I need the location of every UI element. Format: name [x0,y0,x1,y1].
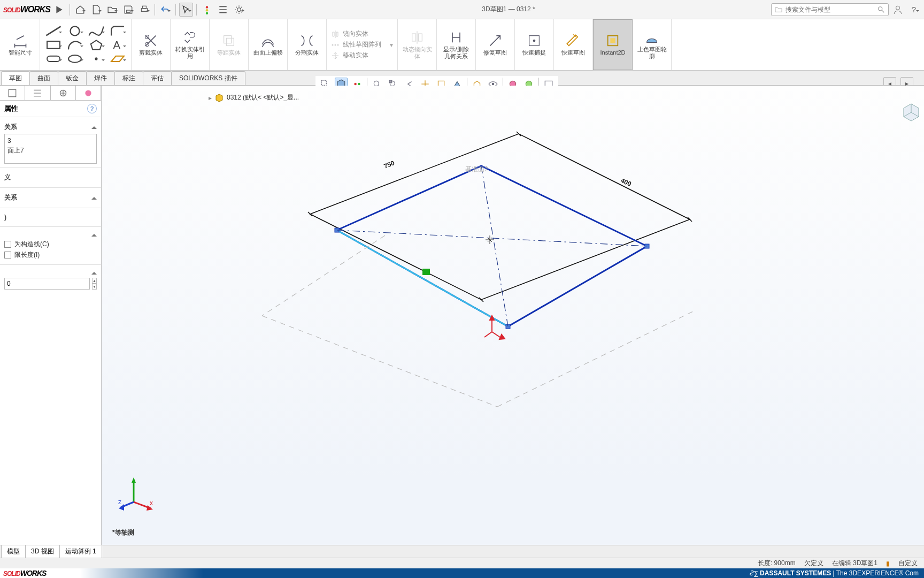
text-tool[interactable]: A [109,39,127,51]
home-icon[interactable] [73,3,87,17]
panel-header: 属性 ? [0,101,101,117]
spin-buttons[interactable]: ▲▼ [92,278,97,290]
print-icon[interactable] [137,3,151,17]
circle-tool[interactable] [66,25,84,37]
trim-entities-button[interactable]: 剪裁实体 [136,33,166,56]
tab-annotation[interactable]: 标注 [114,71,143,85]
svg-point-9 [71,26,80,35]
label: 等距实体 [217,49,241,56]
panel-title: 属性 [4,104,18,113]
options-list-icon[interactable] [216,3,230,17]
new-file-icon[interactable] [89,3,103,17]
fillet-tool[interactable] [109,25,127,37]
list-item[interactable]: 3 [7,136,94,146]
quick-sketch-button[interactable]: 快速草图 [558,33,588,56]
select-cursor-icon[interactable] [179,3,193,17]
construction-line-checkbox[interactable]: 为构造线(C) [4,240,97,249]
chevron-up-icon[interactable] [91,194,97,200]
svg-rect-0 [127,10,130,13]
svg-text:基准面2: 基准面2 [465,165,488,173]
separator [175,4,176,16]
svg-point-3 [206,6,209,9]
side-tabs [0,86,101,101]
tab-sheetmetal[interactable]: 钣金 [58,71,87,85]
point-tool[interactable] [87,53,105,65]
tab-weldment[interactable]: 焊件 [86,71,115,85]
convert-entities-button[interactable]: 转换实体引用 [175,30,205,59]
polygon-tool[interactable] [87,39,105,51]
chevron-up-icon[interactable] [91,269,97,275]
svg-rect-1 [141,8,147,11]
tab-motion[interactable]: 运动算例 1 [59,545,102,558]
surface-offset-button[interactable]: 曲面上偏移 [253,33,283,56]
arc-tool[interactable] [66,39,84,51]
gear-icon[interactable] [232,3,246,17]
tab-addins[interactable]: SOLIDWORKS 插件 [171,71,245,85]
feature-tree-tab[interactable] [0,86,25,100]
property-tab[interactable] [25,86,50,100]
help-icon[interactable]: ? [907,3,921,17]
repair-sketch-button[interactable]: 修复草图 [480,33,510,56]
save-icon[interactable] [121,3,135,17]
triad-icon: z x [118,475,155,513]
plane-tool[interactable] [109,53,127,65]
svg-rect-10 [47,41,60,49]
spline-tool[interactable] [87,25,105,37]
tab-sketch[interactable]: 草图 [1,71,30,85]
tab-3dview[interactable]: 3D 视图 [25,545,60,558]
smart-dimension-button[interactable]: 智能尺寸 [5,33,35,56]
slot-tool[interactable] [44,53,63,65]
folder-icon [775,6,782,13]
command-ribbon: 智能尺寸 A 剪裁实体 [0,19,924,71]
label: 快速捕捉 [522,49,546,56]
tab-surface[interactable]: 曲面 [29,71,58,85]
split-entities-button[interactable]: 分割实体 [292,33,322,56]
label: 上色草图轮廓 [637,46,667,59]
tab-model[interactable]: 模型 [1,545,26,558]
brand-bar: SOLIDWORKS Ƨ∑ DASSAULT SYSTEMES | The 3D… [0,568,924,578]
chevron-up-icon[interactable] [91,124,97,129]
open-folder-icon[interactable] [105,3,119,17]
user-icon[interactable] [891,3,905,17]
view-cube-icon[interactable] [900,102,922,123]
show-relations-button[interactable]: 显示/删除几何关系 [441,30,471,59]
status-underdefined: 欠定义 [804,559,823,568]
help-icon[interactable]: ? [87,104,97,113]
tab-evaluate[interactable]: 评估 [143,71,172,85]
mirror-entities-item[interactable]: 镜向实体 [331,29,368,40]
part-icon [215,94,224,102]
label: 动态镜向实体 [402,46,432,59]
breadcrumb[interactable]: ▸ 0312 (默认< <默认>_显... [209,93,299,102]
chevron-up-icon[interactable] [91,231,97,237]
shaded-contour-button[interactable]: 上色草图轮廓 [637,30,667,59]
section-label: ) [4,214,6,221]
run-triangle-icon[interactable] [52,3,66,17]
linear-pattern-item[interactable]: 线性草图阵列▾ [331,40,393,50]
ellipse-tool[interactable] [66,53,84,65]
svg-rect-18 [226,39,234,46]
traffic-light-icon[interactable] [200,3,214,17]
appearance-tab[interactable] [76,86,101,100]
svg-text:x: x [150,499,153,507]
svg-text:z: z [118,498,121,506]
list-item[interactable]: 面上7 [7,146,94,155]
search-input[interactable] [786,6,874,13]
quick-snap-button[interactable]: 快速捕捉 [519,33,549,56]
numeric-input[interactable] [4,278,90,290]
undo-icon[interactable] [158,3,172,17]
search-icon [877,6,885,13]
svg-point-27 [358,83,360,86]
graphics-viewport[interactable]: ▸ 0312 (默认< <默认>_显... 750 400 [102,86,924,545]
status-custom[interactable]: 自定义 [898,559,918,568]
dassault-brand: Ƨ∑ DASSAULT SYSTEMES | The 3DEXPERIENCE®… [749,569,924,577]
svg-rect-2 [143,6,147,9]
instant2d-button[interactable]: Instant2D [598,33,628,56]
view-orientation-label: *等轴测 [112,528,134,537]
line-tool[interactable] [44,25,63,37]
config-tab[interactable] [51,86,76,100]
move-entities-item[interactable]: 移动实体 [331,50,368,61]
infinite-length-checkbox[interactable]: 限长度(I) [4,250,97,260]
relations-listbox[interactable]: 3 面上7 [4,134,97,164]
rectangle-tool[interactable] [44,39,63,51]
search-box[interactable] [771,3,889,16]
